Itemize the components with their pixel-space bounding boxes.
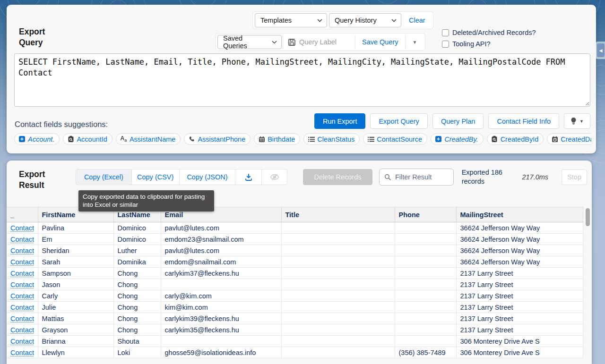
page-title-export-result: Export Result [19,169,57,191]
field-chip[interactable]: CreatedBy. [431,133,483,145]
delete-records-button[interactable]: Delete Records [303,169,372,185]
copy-excel-button[interactable]: Copy (Excel) [76,169,132,185]
table-cell [395,234,456,245]
table-cell: Sampson [38,268,113,279]
table-cell: Llewlyn [38,347,113,358]
record-link-cell: Contact [7,222,38,234]
field-chip[interactable]: AssistantPhone [184,133,251,145]
eye-slash-icon [270,174,279,180]
table-cell [395,324,456,336]
saved-queries-select[interactable]: Saved Queries [217,35,282,49]
table-cell: carlykim35@fleckens.hu [161,324,281,336]
record-link[interactable]: Contact [10,270,34,277]
table-cell: 36624 Jefferson Way Way [456,256,583,268]
table-cell [281,347,395,358]
record-link[interactable]: Contact [10,326,34,334]
chevron-left-icon: ◀ [599,48,603,53]
table-cell: Chong [113,268,161,279]
field-chip-label: AssistantPhone [198,135,245,143]
clear-button[interactable]: Clear [402,13,432,27]
record-link[interactable]: Contact [10,304,34,311]
stop-button[interactable]: Stop [562,169,587,185]
picklist-icon [367,135,374,143]
result-table: _FirstNameLastNameEmailTitlePhoneMailing… [7,207,583,358]
field-chip[interactable]: AccountId [63,133,112,145]
query-history-select[interactable]: Query History [329,13,401,27]
table-row: ContactCarlyChongcarly@kim.com2137 Larry… [7,290,583,302]
download-icon [244,173,253,181]
record-link-cell: Contact [7,234,38,245]
picklist-icon [308,135,315,143]
table-cell: Chong [113,324,161,336]
table-cell [281,256,395,268]
table-row: ContactJulieChongkim@kim.com2137 Larry S… [7,302,583,313]
record-link-cell: Contact [7,336,38,347]
column-header-link: _ [7,207,38,222]
copy-json-button[interactable]: Copy (JSON) [179,169,236,185]
table-row: ContactBriannaShouta306 Monterey Drive A… [7,336,583,347]
table-cell: Chong [113,279,161,290]
table-cell [395,302,456,313]
table-cell [161,279,281,290]
tooling-api-checkbox-row: Tooling API? [442,40,491,48]
record-link[interactable]: Contact [10,315,34,322]
field-chip[interactable]: Aa AssistantName [116,133,181,145]
field-chip[interactable]: CleanStatus [303,133,360,145]
resize-handle[interactable] [584,101,589,106]
copy-csv-button[interactable]: Copy (CSV) [131,169,180,185]
deleted-archived-checkbox[interactable] [442,29,449,36]
export-result-panel: Export Result Copy (Excel) Copy (CSV) Co… [7,161,592,364]
table-cell: Carly [38,290,113,302]
save-icon [288,38,296,46]
record-link-cell: Contact [7,302,38,313]
record-link[interactable]: Contact [10,258,34,266]
text-icon: Aa [120,135,127,143]
page-title-export-query: Export Query [19,26,57,48]
query-label-input[interactable] [299,38,350,46]
record-link[interactable]: Contact [10,281,34,288]
table-cell: emdom@snailmail.com [161,256,281,268]
chevron-down-icon [317,19,322,22]
record-link-cell: Contact [7,313,38,324]
datetime-icon [551,135,558,143]
table-scrollbar-thumb[interactable] [586,208,590,226]
table-cell [281,313,395,324]
suggestions-options-button[interactable]: ▼ [564,113,590,129]
field-chips: Account. AccountId Aa AssistantName Assi… [14,133,591,146]
record-link[interactable]: Contact [10,349,34,356]
record-link[interactable]: Contact [10,224,34,232]
table-cell: carly@kim.com [161,290,281,302]
save-options-dropdown-button[interactable]: ▼ [406,40,424,45]
templates-select-value: Templates [260,17,292,24]
result-table-wrap: _FirstNameLastNameEmailTitlePhoneMailing… [7,207,583,358]
query-plan-button[interactable]: Query Plan [432,113,484,129]
tooling-api-checkbox[interactable] [442,41,449,48]
field-chip[interactable]: ContactSource [363,133,427,145]
download-button[interactable] [235,169,262,185]
export-query-button[interactable]: Export Query [370,113,427,129]
filter-result-input[interactable] [395,173,447,181]
field-chip[interactable]: CreatedDate [547,133,591,145]
deleted-archived-checkbox-row: Deleted/Archived Records? [442,29,536,36]
field-chip[interactable]: Account. [14,133,60,145]
table-cell: Loki [113,347,161,358]
record-link[interactable]: Contact [10,338,34,345]
record-link[interactable]: Contact [10,292,34,300]
soql-query-textarea[interactable]: SELECT FirstName, LastName, Email, Title… [14,53,590,107]
table-cell: Luther [113,245,161,256]
templates-select[interactable]: Templates [255,13,327,27]
table-cell: kim@kim.com [161,302,281,313]
contact-field-info-button[interactable]: Contact Field Info [488,113,559,129]
id-icon [67,135,74,143]
field-chip[interactable]: Birthdate [254,133,300,145]
record-link-cell: Contact [7,290,38,302]
run-export-button[interactable]: Run Export [314,113,366,129]
query-history-select-value: Query History [335,17,377,24]
toggle-columns-button[interactable] [261,169,287,185]
export-query-panel: Export Query Templates Query History Cle… [7,5,596,153]
save-query-button[interactable]: Save Query [355,35,405,49]
field-chip[interactable]: CreatedById [487,133,544,145]
panel-collapse-handle[interactable]: ◀ [595,42,605,59]
record-link[interactable]: Contact [10,236,34,243]
record-link[interactable]: Contact [10,247,34,254]
